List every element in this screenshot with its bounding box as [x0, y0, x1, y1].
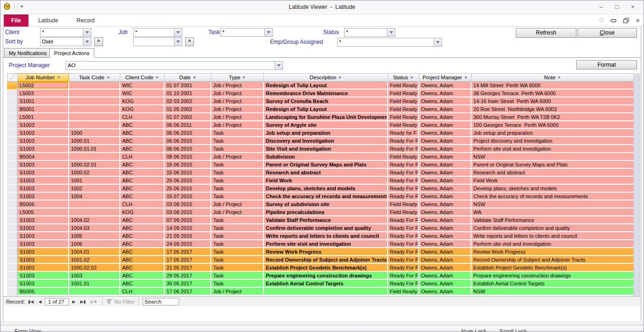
grid-cell-status[interactable]: Field Ready	[388, 97, 419, 105]
column-header-client_code[interactable]: Client Code	[120, 73, 165, 82]
grid-cell-note[interactable]: Project discovery and investigation	[471, 137, 634, 145]
grid-cell-description[interactable]: Discovery and Investigation	[264, 137, 388, 145]
row-selector[interactable]	[7, 208, 18, 216]
grid-cell-status[interactable]: Field Ready	[388, 201, 419, 208]
grid-cell-date[interactable]: 21 09 2015	[165, 232, 211, 240]
grid-cell-description[interactable]: Parent or Original Survey Maps and Plats	[264, 161, 388, 169]
grid-cell-status[interactable]: Ready For F	[388, 232, 419, 240]
grid-cell-type[interactable]: Task	[211, 129, 264, 137]
grid-cell-client_code[interactable]: ABC	[120, 232, 165, 240]
empgroup-combobox[interactable]: *	[337, 38, 442, 47]
grid-cell-task_code[interactable]	[69, 113, 120, 121]
grid-cell-type[interactable]: Task	[211, 169, 264, 177]
grid-cell-note[interactable]: 20 Roe Street Northbridge WA 6003	[471, 105, 634, 113]
grid-cell-task_code[interactable]: 1000.02.02	[69, 264, 120, 272]
grid-cell-description[interactable]: Check the accuracy of records and measur…	[264, 193, 388, 201]
grid-cell-type[interactable]: Task	[211, 240, 264, 248]
grid-cell-note[interactable]: Write reports and letters to clients and…	[471, 232, 634, 240]
column-header-note[interactable]: Note	[471, 73, 634, 82]
no-filter-button[interactable]: No Filter	[106, 299, 134, 304]
column-filter-icon[interactable]	[339, 76, 341, 78]
grid-cell-task_code[interactable]: 1000.01.01	[69, 145, 120, 153]
grid-cell-type[interactable]: Job / Project	[211, 288, 264, 296]
grid-cell-note[interactable]: Record Ownership of Subject and Adjoiner…	[471, 256, 634, 264]
grid-cell-description[interactable]: Establish Project Geodetic Benchmark(s)	[264, 264, 388, 272]
row-selector[interactable]	[7, 82, 18, 90]
heart-icon[interactable]: ♡	[599, 17, 604, 24]
grid-cell-client_code[interactable]: KOG	[120, 208, 165, 216]
grid-cell-note[interactable]: 100 Georges Terrace Perth WA 6000	[471, 121, 634, 129]
chevron-down-icon[interactable]	[83, 28, 91, 36]
row-selector[interactable]	[7, 248, 18, 256]
grid-cell-task_code[interactable]	[69, 153, 120, 161]
grid-cell-task_code[interactable]: 1000	[69, 129, 120, 137]
grid-cell-status[interactable]: Ready for F	[388, 129, 419, 137]
grid-cell-description[interactable]: Write reports and letters to clients and…	[264, 232, 388, 240]
grid-cell-task_code[interactable]: 1002	[69, 185, 120, 193]
row-selector[interactable]	[7, 264, 18, 272]
row-selector[interactable]	[7, 90, 18, 97]
grid-cell-task_code[interactable]: 1004	[69, 193, 120, 201]
grid-cell-date[interactable]: 01 10 2001	[165, 90, 211, 97]
grid-cell-task_code[interactable]	[69, 82, 120, 90]
grid-cell-project_manager[interactable]: Owens, Adam	[419, 161, 471, 169]
grid-cell-note[interactable]: NSW	[471, 153, 634, 161]
last-record-icon[interactable]: ▶▮	[79, 299, 87, 304]
grid-cell-task_code[interactable]	[69, 208, 120, 216]
grid-cell-date[interactable]: 17 06 2017	[165, 288, 211, 296]
row-selector[interactable]	[7, 153, 18, 161]
chevron-down-icon[interactable]	[174, 28, 182, 36]
grid-cell-description[interactable]	[264, 288, 388, 296]
grid-cell-type[interactable]: Job / Project	[211, 153, 264, 161]
grid-cell-type[interactable]: Task	[211, 145, 264, 153]
column-filter-icon[interactable]	[193, 76, 195, 78]
grid-cell-job_number[interactable]: L5002	[18, 82, 69, 90]
grid-cell-status[interactable]: Ready For F	[388, 145, 419, 153]
previous-record-icon[interactable]: ◀	[37, 299, 43, 304]
grid-cell-status[interactable]: Ready For F	[388, 264, 419, 272]
record-position-input[interactable]: 1 of 27	[45, 298, 69, 305]
grid-cell-project_manager[interactable]: Owens, Adam	[419, 121, 471, 129]
column-header-description[interactable]: Description	[264, 73, 388, 82]
grid-cell-description[interactable]: Confirm deliverable completion and quali…	[264, 224, 388, 232]
grid-cell-description[interactable]: Survey of Argyle site	[264, 121, 388, 129]
column-header-status[interactable]: Status	[388, 73, 419, 82]
grid-cell-description[interactable]: Develop plans, sketches and models	[264, 185, 388, 193]
grid-cell-task_code[interactable]: 1001.02	[69, 256, 120, 264]
column-filter-icon[interactable]	[558, 76, 561, 78]
grid-cell-project_manager[interactable]: Owens, Adam	[419, 288, 471, 296]
grid-cell-note[interactable]: 38 Georges Terrace Perth WA 6000	[471, 90, 634, 97]
row-selector[interactable]	[7, 145, 18, 153]
next-record-icon[interactable]: ▶	[71, 299, 77, 304]
tab-record[interactable]: Record	[68, 14, 103, 27]
grid-cell-description[interactable]: Review Work Progress	[264, 248, 388, 256]
grid-cell-client_code[interactable]: ABC	[120, 169, 165, 177]
row-selector[interactable]	[7, 272, 18, 280]
grid-cell-client_code[interactable]: ABC	[120, 129, 165, 137]
grid-cell-status[interactable]: Field Ready	[388, 113, 419, 121]
row-selector[interactable]	[7, 113, 18, 121]
grid-cell-type[interactable]: Job / Project	[211, 113, 264, 121]
grid-cell-client_code[interactable]: KOG	[120, 105, 165, 113]
grid-cell-job_number[interactable]: L5001	[18, 113, 69, 121]
grid-cell-date[interactable]: 01 05 2002	[165, 105, 211, 113]
grid-cell-job_number[interactable]: S1003	[18, 264, 69, 272]
chevron-down-icon[interactable]	[275, 62, 283, 69]
client-combobox[interactable]: *	[40, 28, 91, 37]
grid-cell-description[interactable]: Survey of Cronulla Beach	[264, 97, 388, 105]
row-selector[interactable]	[7, 280, 18, 288]
grid-cell-task_code[interactable]: 1000.02.01	[69, 161, 120, 169]
row-selector[interactable]	[7, 224, 18, 232]
grid-cell-project_manager[interactable]: Owens, Adam	[419, 224, 471, 232]
grid-cell-client_code[interactable]: ABC	[120, 145, 165, 153]
grid-cell-job_number[interactable]: S1003	[18, 145, 69, 153]
grid-cell-type[interactable]: Task	[211, 185, 264, 193]
grid-cell-status[interactable]: Ready For F	[388, 240, 419, 248]
grid-cell-client_code[interactable]: WIC	[120, 82, 165, 90]
grid-cell-date[interactable]: 06 06 2015	[165, 145, 211, 153]
grid-cell-job_number[interactable]: S1003	[18, 232, 69, 240]
maximize-button[interactable]: □	[609, 1, 625, 12]
grid-cell-job_number[interactable]: S1003	[18, 185, 69, 193]
column-header-project_manager[interactable]: Project Manager	[419, 73, 471, 82]
column-filter-icon[interactable]	[156, 76, 159, 78]
